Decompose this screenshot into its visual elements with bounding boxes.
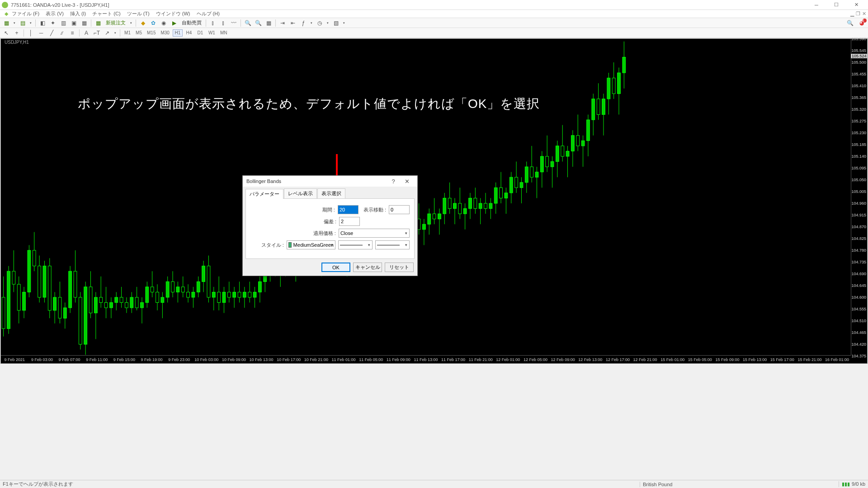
textlabel-icon[interactable]: ⌐T xyxy=(92,29,101,37)
search-icon[interactable]: 🔍 xyxy=(845,19,854,27)
menu-insert[interactable]: 挿入 (I) xyxy=(67,10,89,18)
tf-mn[interactable]: MN xyxy=(218,29,229,37)
strategy-tester-icon[interactable]: ▦ xyxy=(80,19,89,27)
text-icon[interactable]: A xyxy=(82,29,91,37)
new-chart-icon[interactable]: ▦ xyxy=(2,19,11,27)
templates-dropdown[interactable]: ▾ xyxy=(342,21,346,25)
messages-icon[interactable]: ◕1 xyxy=(857,19,866,27)
input-deviation[interactable] xyxy=(339,217,360,226)
periods-dropdown[interactable]: ▾ xyxy=(326,21,330,25)
mdi-close-icon[interactable]: ✕ xyxy=(862,11,866,17)
tf-d1[interactable]: D1 xyxy=(195,29,205,37)
hline-icon[interactable]: ─ xyxy=(37,29,46,37)
new-order-label[interactable]: 新規注文 xyxy=(104,19,127,26)
svg-rect-231 xyxy=(592,99,595,120)
new-order-icon[interactable]: ▦ xyxy=(94,19,103,27)
new-order-dropdown[interactable]: ▾ xyxy=(129,21,133,25)
indicators-icon[interactable]: ƒ xyxy=(299,19,308,27)
tf-m30[interactable]: M30 xyxy=(159,29,171,37)
options-icon[interactable]: ✿ xyxy=(149,19,158,27)
autotrade-label[interactable]: 自動売買 xyxy=(180,19,203,26)
templates-icon[interactable]: ▧ xyxy=(331,19,340,27)
svg-rect-181 xyxy=(463,209,467,214)
tf-h1[interactable]: H1 xyxy=(173,29,183,37)
navigator-icon[interactable]: ✦ xyxy=(48,19,57,27)
bar-chart-icon[interactable]: ⫿ xyxy=(208,19,217,27)
line-chart-icon[interactable]: 〰 xyxy=(229,19,238,27)
maximize-button[interactable]: ☐ xyxy=(826,0,846,9)
svg-rect-61 xyxy=(156,292,159,302)
tile-icon[interactable]: ▦ xyxy=(264,19,273,27)
tf-m5[interactable]: M5 xyxy=(134,29,144,37)
svg-rect-97 xyxy=(248,292,251,297)
chart-area[interactable]: USDJPY,H1 105.590105.545105.500105.45510… xyxy=(0,38,868,364)
zoom-in-icon[interactable]: 🔍 xyxy=(243,19,252,27)
market-watch-icon[interactable]: ◧ xyxy=(38,19,47,27)
menu-file[interactable]: ファイル (F) xyxy=(9,10,42,18)
mdi-minimize-icon[interactable]: ▁ xyxy=(850,11,854,17)
fibo-icon[interactable]: ≡ xyxy=(68,29,77,37)
label-deviation: 偏差 : xyxy=(250,218,336,225)
select-line-style[interactable] xyxy=(338,240,373,249)
shift-icon[interactable]: ⇤ xyxy=(288,19,297,27)
fullscreen-icon[interactable]: ◉ xyxy=(159,19,168,27)
app-menu-icon[interactable]: ◆ xyxy=(2,10,8,17)
input-period[interactable] xyxy=(338,205,359,214)
select-line-width[interactable] xyxy=(375,240,410,249)
tf-h4[interactable]: H4 xyxy=(184,29,194,37)
svg-rect-55 xyxy=(141,303,144,308)
cancel-button[interactable]: キャンセル xyxy=(353,263,382,272)
svg-rect-179 xyxy=(458,203,462,214)
minimize-button[interactable]: ─ xyxy=(807,0,826,9)
tab-levels[interactable]: レベル表示 xyxy=(284,188,317,198)
tf-w1[interactable]: W1 xyxy=(207,29,217,37)
svg-rect-39 xyxy=(99,297,103,303)
menu-tools[interactable]: ツール (T) xyxy=(124,10,152,18)
crosshair-icon[interactable]: + xyxy=(12,29,21,37)
bollinger-dialog: Bollinger Bands ? ✕ パラメーター レベル表示 表示選択 期間… xyxy=(242,175,418,276)
tf-m1[interactable]: M1 xyxy=(123,29,132,37)
svg-rect-15 xyxy=(38,266,41,297)
dialog-help-button[interactable]: ? xyxy=(387,178,400,185)
channel-icon[interactable]: ⫽ xyxy=(57,29,66,37)
close-button[interactable]: ✕ xyxy=(846,0,866,9)
new-chart-dropdown[interactable]: ▾ xyxy=(12,21,17,25)
zoom-out-icon[interactable]: 🔍 xyxy=(254,19,263,27)
svg-rect-87 xyxy=(222,292,226,302)
tab-parameters[interactable]: パラメーター xyxy=(245,189,283,199)
svg-rect-35 xyxy=(89,287,92,313)
trendline-icon[interactable]: ╱ xyxy=(47,29,56,37)
input-shift[interactable] xyxy=(389,205,410,214)
svg-rect-199 xyxy=(509,177,513,193)
svg-rect-171 xyxy=(438,214,441,219)
tab-visual[interactable]: 表示選択 xyxy=(317,188,345,198)
profiles-icon[interactable]: ▤ xyxy=(18,19,27,27)
reset-button[interactable]: リセット xyxy=(385,263,414,272)
menu-view[interactable]: 表示 (V) xyxy=(43,10,66,18)
autotrade-icon[interactable]: ▶ xyxy=(170,19,179,27)
menu-window[interactable]: ウインドウ (W) xyxy=(153,10,193,18)
arrows-icon[interactable]: ↗ xyxy=(103,29,112,37)
menu-chart[interactable]: チャート (C) xyxy=(90,10,123,18)
scroll-icon[interactable]: ⇥ xyxy=(278,19,287,27)
svg-rect-29 xyxy=(74,271,77,297)
tf-m15[interactable]: M15 xyxy=(145,29,157,37)
vline-icon[interactable]: │ xyxy=(26,29,35,37)
periods-icon[interactable]: ◷ xyxy=(315,19,324,27)
dialog-close-button[interactable]: ✕ xyxy=(400,178,414,185)
data-window-icon[interactable]: ▥ xyxy=(59,19,68,27)
metaeditor-icon[interactable]: ◆ xyxy=(138,19,147,27)
svg-rect-25 xyxy=(63,308,66,318)
menu-help[interactable]: ヘルプ (H) xyxy=(194,10,222,18)
ok-button[interactable]: OK xyxy=(321,263,350,272)
terminal-icon[interactable]: ▣ xyxy=(69,19,78,27)
candle-chart-icon[interactable]: ⫿ xyxy=(219,19,228,27)
select-color[interactable]: MediumSeaGreen xyxy=(287,240,335,249)
indicators-dropdown[interactable]: ▾ xyxy=(309,21,314,25)
select-apply-price[interactable]: Close xyxy=(339,229,410,238)
cursor-icon[interactable]: ↖ xyxy=(2,29,11,37)
svg-rect-197 xyxy=(505,193,508,198)
arrows-dropdown[interactable]: ▾ xyxy=(113,31,118,35)
mdi-restore-icon[interactable]: ❐ xyxy=(856,11,860,17)
profiles-dropdown[interactable]: ▾ xyxy=(28,21,33,25)
